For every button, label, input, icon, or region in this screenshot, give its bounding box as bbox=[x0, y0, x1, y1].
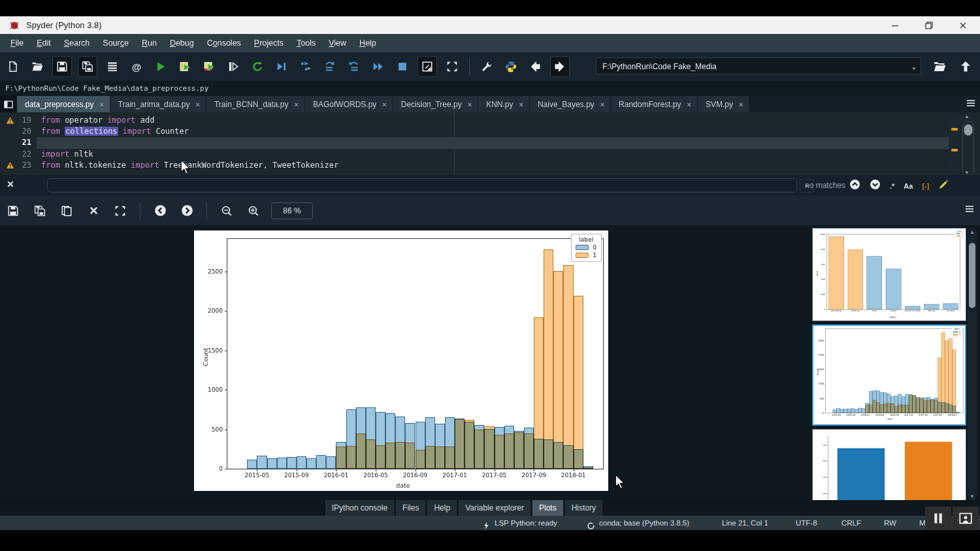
close-tab-icon[interactable]: × bbox=[739, 101, 743, 108]
plot-thumbnail-subject-bar[interactable]: politicsNewsworldnewsNewspoliticsGovernm… bbox=[812, 228, 966, 321]
next-plot-button[interactable] bbox=[178, 201, 196, 221]
plots-options-menu-icon[interactable] bbox=[964, 204, 975, 214]
menu-debug[interactable]: Debug bbox=[163, 34, 201, 52]
symbol-finder-button[interactable]: @ bbox=[127, 57, 146, 76]
close-tab-icon[interactable]: × bbox=[600, 101, 604, 108]
menu-consoles[interactable]: Consoles bbox=[201, 34, 248, 52]
scrollbar-thumb[interactable] bbox=[969, 243, 975, 308]
rerun-cell-button[interactable] bbox=[248, 57, 267, 76]
menu-tools[interactable]: Tools bbox=[290, 34, 322, 52]
fit-plot-button[interactable] bbox=[111, 201, 129, 221]
editor-options-menu-icon[interactable] bbox=[966, 98, 976, 108]
menu-help[interactable]: Help bbox=[353, 34, 383, 52]
python-interpreter-button[interactable] bbox=[502, 57, 520, 76]
chevron-down-icon[interactable] bbox=[910, 65, 918, 72]
pane-tab-plots[interactable]: Plots bbox=[532, 500, 563, 516]
code-line-19[interactable]: 19from operator import add bbox=[0, 115, 980, 126]
case-sensitive-button[interactable]: Aa bbox=[904, 180, 913, 191]
warning-flag[interactable] bbox=[951, 128, 958, 131]
maximize-pane-button[interactable] bbox=[417, 56, 437, 77]
tab-Decision_Tree.py[interactable]: Decision_Tree.py× bbox=[393, 96, 478, 112]
code-line-22[interactable]: 22import nltk bbox=[0, 149, 980, 160]
tab-Train_arima_data.py[interactable]: Train_arima_data.py× bbox=[110, 96, 206, 112]
browse-tabs-icon[interactable] bbox=[0, 96, 17, 112]
step-over-button[interactable] bbox=[321, 57, 339, 76]
save-all-plots-button[interactable] bbox=[31, 201, 49, 221]
presenter-view-button[interactable] bbox=[953, 507, 979, 530]
tab-RandomForest.py[interactable]: RandomForest.py× bbox=[611, 96, 697, 112]
menu-view[interactable]: View bbox=[322, 34, 353, 52]
plot-thumbnail-date-histogram-selected[interactable]: 050010001500200025002015-052015-092016-0… bbox=[812, 324, 966, 426]
close-tab-icon[interactable]: × bbox=[468, 101, 472, 108]
pane-tab-variable-explorer[interactable]: Variable explorer bbox=[459, 500, 531, 516]
close-tab-icon[interactable]: × bbox=[195, 101, 199, 108]
forward-button[interactable] bbox=[550, 56, 570, 77]
save-all-button[interactable] bbox=[78, 56, 97, 77]
scrollbar-thumb[interactable] bbox=[964, 124, 973, 136]
debug-file-button[interactable] bbox=[272, 57, 291, 76]
open-directory-button[interactable] bbox=[930, 57, 949, 76]
file-switcher-button[interactable] bbox=[103, 57, 122, 76]
code-area[interactable]: 19from operator import add20from collect… bbox=[0, 112, 980, 168]
menu-edit[interactable]: Edit bbox=[30, 34, 57, 52]
restore-button[interactable] bbox=[912, 16, 946, 34]
close-tab-icon[interactable]: × bbox=[519, 101, 523, 108]
tab-BAGofWORDS.py[interactable]: BAGofWORDS.py× bbox=[305, 96, 393, 112]
regex-button[interactable]: .* bbox=[890, 180, 894, 191]
warning-flag[interactable] bbox=[951, 149, 958, 151]
code-line-20[interactable]: 20from collections import Counter bbox=[0, 126, 980, 137]
pane-tab-ipython-console[interactable]: IPython console bbox=[325, 500, 394, 516]
plot-thumbnail-length-bar[interactable]: 5001000150020002500 bbox=[812, 429, 966, 501]
tab-SVM.py[interactable]: SVM.py× bbox=[698, 96, 749, 112]
open-file-button[interactable] bbox=[28, 57, 46, 76]
close-tab-icon[interactable]: × bbox=[99, 101, 103, 108]
pause-recording-button[interactable] bbox=[925, 507, 951, 530]
run-cell-button[interactable] bbox=[176, 57, 194, 76]
search-input[interactable] bbox=[47, 178, 797, 193]
thumbnail-scrollbar[interactable]: ▲ ▼ bbox=[968, 228, 977, 500]
menu-search[interactable]: Search bbox=[57, 34, 97, 52]
fullscreen-button[interactable] bbox=[443, 57, 461, 76]
preferences-button[interactable] bbox=[478, 57, 496, 76]
previous-plot-button[interactable] bbox=[151, 201, 169, 221]
continue-button[interactable] bbox=[369, 57, 387, 76]
code-line-23[interactable]: 23from nltk.tokenize import TreebankWord… bbox=[0, 160, 980, 168]
tab-Naive_Bayes.py[interactable]: Naive_Bayes.py× bbox=[530, 96, 610, 112]
minimize-button[interactable] bbox=[878, 16, 912, 34]
highlight-matches-button[interactable] bbox=[938, 179, 949, 193]
save-plot-button[interactable] bbox=[4, 201, 22, 221]
new-file-button[interactable] bbox=[4, 57, 22, 76]
stop-button[interactable] bbox=[393, 57, 412, 76]
code-line-21[interactable]: 21 bbox=[0, 137, 980, 148]
pane-tab-history[interactable]: History bbox=[565, 500, 602, 516]
tab-data_preprocess.py[interactable]: data_preprocess.py× bbox=[17, 96, 110, 112]
find-previous-button[interactable] bbox=[849, 179, 860, 193]
back-button[interactable] bbox=[526, 57, 544, 76]
find-next-button[interactable] bbox=[870, 179, 881, 193]
close-icon[interactable] bbox=[7, 180, 14, 188]
save-button[interactable] bbox=[52, 56, 72, 77]
pane-tab-help[interactable]: Help bbox=[427, 500, 457, 516]
copy-plot-button[interactable] bbox=[57, 201, 76, 221]
run-cell-advance-button[interactable] bbox=[200, 57, 218, 76]
close-tab-icon[interactable]: × bbox=[382, 101, 386, 108]
run-button[interactable] bbox=[152, 57, 170, 76]
menu-projects[interactable]: Projects bbox=[248, 34, 290, 52]
menu-run[interactable]: Run bbox=[135, 34, 163, 52]
tab-Train_BCNN_data.py[interactable]: Train_BCNN_data.py× bbox=[206, 96, 304, 112]
pane-tab-files[interactable]: Files bbox=[396, 500, 425, 516]
tab-KNN.py[interactable]: KNN.py× bbox=[478, 96, 529, 112]
working-directory-input[interactable]: F:\PythonRun\Code Fake_Media bbox=[596, 57, 921, 74]
menu-file[interactable]: File bbox=[4, 34, 30, 52]
remove-plot-button[interactable] bbox=[84, 201, 103, 221]
close-button[interactable] bbox=[946, 16, 980, 34]
whole-words-button[interactable]: [-] bbox=[922, 180, 929, 191]
parent-directory-button[interactable] bbox=[956, 57, 975, 76]
debug-cell-button[interactable] bbox=[297, 57, 315, 76]
step-return-button[interactable] bbox=[345, 57, 363, 76]
zoom-out-button[interactable] bbox=[218, 201, 236, 221]
editor-scrollbar[interactable]: ▲ ▼ bbox=[961, 114, 975, 175]
run-selection-button[interactable] bbox=[224, 57, 242, 76]
menu-source[interactable]: Source bbox=[96, 34, 135, 52]
zoom-in-button[interactable] bbox=[244, 201, 263, 221]
